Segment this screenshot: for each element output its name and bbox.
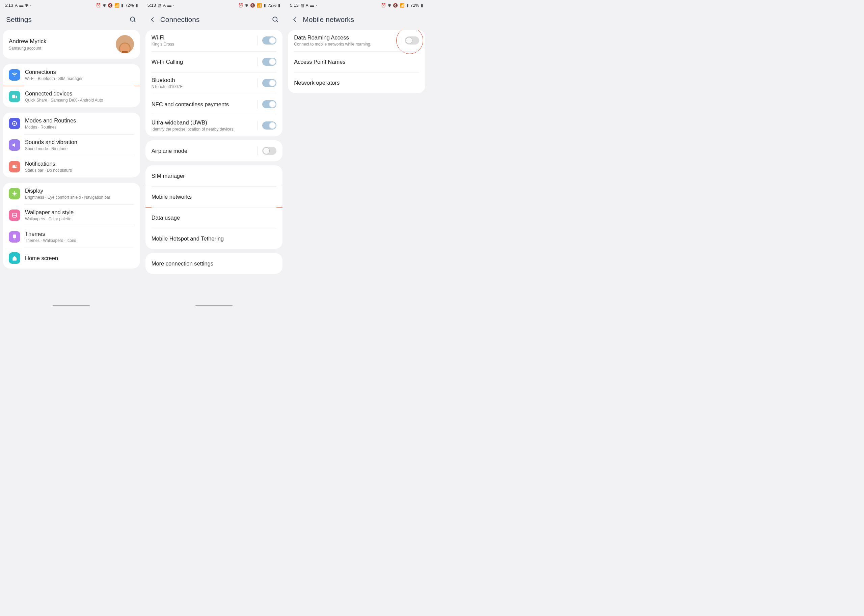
row-title: Themes [25,231,134,237]
status-bar: 5:13 ▧ A ▬ · ⏰ ✱ 🔇 📶 ▮ 72% ▮ [285,0,428,9]
home-icon [9,252,20,264]
notif-icon [9,161,20,172]
back-button[interactable] [291,16,299,23]
wifi-icon: 📶 [115,3,120,8]
list-item[interactable]: Data usage [145,207,283,228]
list-item[interactable]: ConnectionsWi-Fi · Bluetooth · SIM manag… [3,64,140,86]
bluetooth-icon: ✱ [102,3,106,8]
toggle-switch[interactable] [262,147,276,155]
list-item[interactable]: SIM manager [145,165,283,186]
toggle-switch[interactable] [262,36,276,44]
row-title: Home screen [25,255,134,261]
row-subtitle: King's Cross [151,42,255,47]
list-item[interactable]: Mobile networks [145,186,283,207]
list-item[interactable]: NFC and contactless payments [145,94,283,115]
battery-pct: 72% [125,3,134,8]
svg-line-1 [134,20,135,22]
list-item[interactable]: Ultra-wideband (UWB)Identify the precise… [145,115,283,136]
more-notif-icon: · [316,3,317,8]
list-item[interactable]: Access Point Names [288,51,425,72]
svg-rect-2 [12,95,15,99]
row-subtitle: Status bar · Do not disturb [25,168,134,173]
list-item[interactable]: ThemesThemes · Wallpapers · Icons [3,226,140,248]
list-item[interactable]: Home screen [3,248,140,269]
row-title: Ultra-wideband (UWB) [151,119,255,126]
bluetooth-icon: ✱ [388,3,391,8]
list-item[interactable]: Mobile Hotspot and Tethering [145,228,283,249]
search-button[interactable] [129,16,137,23]
profile-sub: Samsung account [9,46,116,50]
list-item[interactable]: Connected devicesQuick Share · Samsung D… [3,86,140,107]
list-item[interactable]: Wi-Fi Calling [145,51,283,72]
list-item[interactable]: Wallpaper and styleWallpapers · Color pa… [3,204,140,226]
nav-a-icon: A [163,3,166,8]
vpn-icon: ▬ [19,3,23,8]
svg-rect-3 [16,96,17,99]
profile-card[interactable]: Andrew Myrick Samsung account [3,30,140,59]
sound-icon [9,139,20,151]
row-title: Wi-Fi [151,35,255,41]
mute-icon: 🔇 [393,3,398,8]
row-title: Network operators [294,80,419,86]
row-title: Wallpaper and style [25,209,134,215]
svg-rect-16 [13,213,17,217]
list-item[interactable]: Modes and RoutinesModes · Routines [3,113,140,134]
list-item[interactable]: NotificationsStatus bar · Do not disturb [3,156,140,178]
more-notif-icon: · [173,3,174,8]
row-title: Airplane mode [151,148,255,154]
screen-settings: 5:13 A ▬ ✱ · ⏰ ✱ 🔇 📶 ▮ 72% ▮ Settings An… [0,0,143,308]
svg-rect-18 [14,239,16,239]
toggle-switch[interactable] [262,58,276,66]
header: Connections [143,9,285,30]
row-title: NFC and contactless payments [151,101,255,108]
toggle-switch[interactable] [262,121,276,130]
list-item[interactable]: DisplayBrightness · Eye comfort shield ·… [3,183,140,204]
toggle-switch[interactable] [262,100,276,108]
row-subtitle: Wi-Fi · Bluetooth · SIM manager [25,76,134,81]
toggle-switch[interactable] [405,36,419,44]
mute-icon: 🔇 [108,3,113,8]
back-button[interactable] [149,16,156,23]
svg-point-19 [273,17,277,21]
connections-group-2: Airplane mode [145,140,283,161]
page-title: Connections [160,16,268,24]
row-subtitle: Connect to mobile networks while roaming… [294,42,397,47]
vpn-icon: ▬ [310,3,314,8]
alarm-icon: ⏰ [238,3,243,8]
search-button[interactable] [272,16,279,23]
signal-icon: ▮ [264,3,266,8]
theme-icon [9,231,20,242]
row-subtitle: Identify the precise location of nearby … [151,127,255,132]
clock: 5:13 [5,3,13,8]
toggle-switch[interactable] [262,79,276,87]
wifi-icon: 📶 [257,3,262,8]
row-subtitle: Themes · Wallpapers · Icons [25,238,134,243]
home-indicator[interactable] [195,305,233,306]
list-item[interactable]: Network operators [288,72,425,93]
list-item[interactable]: Wi-FiKing's Cross [145,30,283,51]
list-item[interactable]: Data Roaming AccessConnect to mobile net… [288,30,425,51]
clock: 5:13 [290,3,298,8]
svg-line-20 [277,20,278,22]
list-item[interactable]: Airplane mode [145,140,283,161]
row-title: Bluetooth [151,77,255,83]
list-item[interactable]: BluetoothNTouch-a01007F [145,72,283,94]
list-item[interactable]: Sounds and vibrationSound mode · Rington… [3,134,140,156]
row-title: Connected devices [25,90,134,97]
more-notif-icon: · [30,3,31,8]
row-title: Mobile networks [151,194,277,200]
row-title: SIM manager [151,173,277,179]
avatar[interactable] [116,35,134,53]
settings-group: Modes and RoutinesModes · RoutinesSounds… [3,113,140,178]
alarm-icon: ⏰ [96,3,101,8]
row-subtitle: Modes · Routines [25,125,134,130]
alarm-icon: ⏰ [381,3,386,8]
connections-group-1: Wi-FiKing's CrossWi-Fi CallingBluetoothN… [145,30,283,136]
row-subtitle: Wallpapers · Color palette [25,217,134,221]
cdev-icon [9,91,20,102]
svg-point-7 [13,192,16,195]
home-indicator[interactable] [53,305,90,306]
page-title: Settings [6,16,125,24]
battery-icon: ▮ [136,3,138,8]
list-item[interactable]: More connection settings [145,253,283,274]
